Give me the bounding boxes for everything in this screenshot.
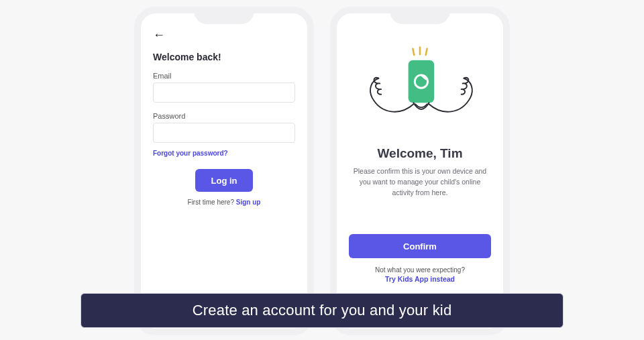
login-title: Welcome back! — [153, 52, 295, 62]
svg-rect-0 — [409, 60, 435, 103]
login-button[interactable]: Log in — [195, 169, 253, 192]
welcome-heading: Welcome, Tim — [349, 146, 491, 161]
try-kids-app-link[interactable]: Try Kids App instead — [349, 275, 491, 283]
welcome-illustration — [349, 44, 491, 138]
password-field[interactable] — [153, 123, 295, 143]
first-time-prefix: First time here? — [188, 199, 236, 206]
phone-welcome: Welcome, Tim Please confirm this is your… — [330, 7, 510, 335]
hands-phone-icon — [349, 44, 491, 138]
password-label: Password — [153, 112, 295, 120]
phone-login: ← Welcome back! Email Password Forgot yo… — [134, 7, 314, 335]
welcome-screen: Welcome, Tim Please confirm this is your… — [337, 13, 503, 329]
confirm-button[interactable]: Confirm — [349, 234, 491, 258]
stage: ← Welcome back! Email Password Forgot yo… — [0, 0, 644, 340]
caption-text: Create an account for you and your kid — [193, 302, 452, 319]
login-screen: ← Welcome back! Email Password Forgot yo… — [141, 13, 307, 329]
phone-notch — [194, 7, 254, 24]
forgot-password-link[interactable]: Forgot your password? — [153, 150, 295, 157]
welcome-body: Please confirm this is your own device a… — [349, 166, 491, 198]
email-field[interactable] — [153, 82, 295, 103]
email-label: Email — [153, 72, 295, 80]
back-icon[interactable]: ← — [153, 28, 166, 42]
caption-bar: Create an account for you and your kid — [80, 293, 564, 328]
not-expecting-text: Not what you were expecting? — [349, 266, 491, 274]
signup-link[interactable]: Sign up — [236, 199, 261, 206]
first-time-text: First time here? Sign up — [153, 199, 295, 206]
phone-notch — [390, 7, 450, 24]
